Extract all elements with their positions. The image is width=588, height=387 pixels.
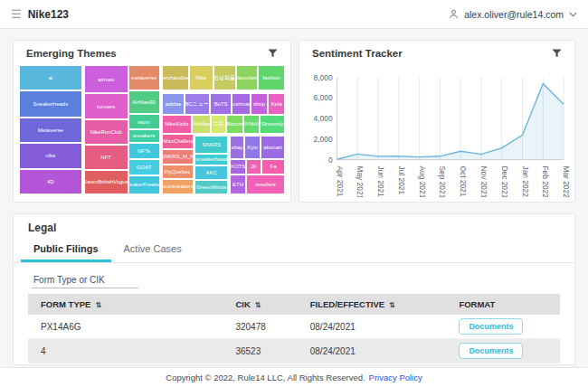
treemap-tile[interactable]: Kela <box>268 93 285 115</box>
treemap-tile[interactable]: Bitcoin <box>226 115 243 134</box>
treemap-tile[interactable]: nike <box>19 143 82 169</box>
treemap-tile[interactable]: NikeKicks <box>162 115 193 134</box>
filings-table-body: PX14A6G32047808/24/2021Documents43652308… <box>28 315 560 365</box>
treemap-tile[interactable]: AirMax90 <box>128 90 160 114</box>
svg-text:0: 0 <box>328 156 333 165</box>
copyright-text: Copyright © 2022, Rule14 LLC, All Rights… <box>166 373 365 382</box>
legal-tabs: Public Filings Active Cases <box>14 240 574 263</box>
treemap-tile[interactable]: 4D <box>19 169 82 194</box>
sort-icon[interactable]: ⇅ <box>255 301 261 309</box>
treemap-tile[interactable]: ETH <box>230 175 246 194</box>
svg-text:2,000: 2,000 <box>314 135 333 144</box>
treemap-tile[interactable]: favorites <box>236 65 259 90</box>
column-header[interactable]: FILED/EFFECTIVE⇅ <box>305 294 454 315</box>
top-bar: ☰ Nike123 alex.oliver@rule14.com <box>0 0 588 29</box>
column-header: FORMAT <box>453 294 560 315</box>
filter-icon[interactable] <box>552 49 562 58</box>
menu-icon[interactable]: ☰ <box>11 8 22 20</box>
treemap-tile[interactable]: sneakerhead <box>194 154 228 165</box>
privacy-policy-link[interactable]: Privacy Policy <box>369 373 422 382</box>
table-cell: 365214 <box>230 363 304 366</box>
treemap-tile[interactable]: NFT <box>84 145 128 170</box>
svg-text:Apr 2021: Apr 2021 <box>335 165 344 196</box>
treemap-tile[interactable]: poshmark <box>232 93 251 115</box>
treemap-tile[interactable]: GOAT <box>128 159 160 175</box>
svg-text:8,000: 8,000 <box>314 73 333 82</box>
treemap-tile[interactable]: KOTS <box>230 159 246 175</box>
table-cell: 36523 <box>230 339 304 363</box>
filings-table-header-row: FORM TYPE⇅CIK⇅FILED/EFFECTIVE⇅FORMAT <box>28 294 560 315</box>
treemap-tile[interactable]: NFTs <box>128 143 160 159</box>
treemap-tile[interactable]: AKC <box>194 165 228 180</box>
treemap-tile[interactable]: NikeRunClub <box>84 119 128 145</box>
treemap-tile[interactable]: metaverse <box>128 65 160 90</box>
user-email: alex.oliver@rule14.com <box>464 9 564 20</box>
treemap-tile[interactable]: resellers <box>246 175 285 194</box>
svg-text:Feb 2022: Feb 2022 <box>541 165 550 197</box>
treemap-tile[interactable]: worn <box>128 114 160 129</box>
documents-button[interactable]: Documents <box>459 343 523 359</box>
treemap-tile[interactable]: Sincerely <box>260 115 285 134</box>
treemap-tile[interactable]: airmax <box>84 65 128 93</box>
main-content: Emerging Themes aiSneakerheadsMetaversen… <box>0 29 588 365</box>
emerging-themes-title: Emerging Themes <box>26 48 117 59</box>
treemap-tile[interactable]: 二手 <box>211 115 226 134</box>
legal-title: Legal <box>14 214 574 240</box>
svg-text:Jul 2021: Jul 2021 <box>397 165 406 194</box>
svg-text:6,000: 6,000 <box>314 93 333 102</box>
sentiment-chart: 02,0004,0006,0008,000Apr 2021May 2021Jun… <box>303 63 571 197</box>
treemap-tile[interactable]: SNKRS <box>194 136 228 154</box>
column-header[interactable]: CIK⇅ <box>230 294 304 315</box>
emerging-themes-card: Emerging Themes aiSneakerheadsMetaversen… <box>13 40 291 203</box>
tab-public-filings[interactable]: Public Filings <box>21 240 111 262</box>
documents-button[interactable]: Documents <box>459 318 523 335</box>
column-header[interactable]: FORM TYPE⇅ <box>28 294 230 315</box>
table-cell: 4 <box>28 363 230 366</box>
treemap-tile[interactable]: fashion <box>258 65 285 90</box>
table-cell: 08/24/2021 <box>305 315 454 339</box>
svg-text:Oct 2021: Oct 2021 <box>459 165 468 196</box>
treemap-tile[interactable]: Kyiv <box>244 136 261 159</box>
treemap-tile[interactable]: abonart <box>261 136 285 159</box>
treemap-tile[interactable]: 런닝화들 <box>213 65 236 90</box>
user-menu[interactable]: alex.oliver@rule14.com <box>449 9 577 20</box>
filter-icon[interactable] <box>268 49 278 58</box>
treemap-tile[interactable]: Fa <box>261 159 285 175</box>
treemap-tile[interactable]: SneakerFreakers <box>128 175 160 194</box>
user-icon <box>449 9 459 19</box>
treemap-tile[interactable]: AirMaxChallenge <box>162 134 194 149</box>
treemap-tile[interactable]: GreenWinds <box>194 180 228 194</box>
svg-text:Nov 2021: Nov 2021 <box>479 165 488 197</box>
treemap-tile[interactable]: yoursneakers <box>162 179 194 194</box>
svg-text:Jan 2022: Jan 2022 <box>521 165 530 197</box>
treemap-tile[interactable]: SNKRS_M_K <box>162 149 194 165</box>
treemap-tile[interactable]: merchandises <box>162 65 189 90</box>
treemap-tile[interactable]: AirMax <box>192 115 211 134</box>
treemap-tile[interactable]: runners <box>84 93 128 119</box>
legal-card: Legal Public Filings Active Cases FORM T… <box>13 213 575 365</box>
treemap-tile[interactable]: Nike <box>189 65 213 90</box>
treemap-tile[interactable]: AYMAS <box>243 115 260 134</box>
treemap-tile[interactable]: NBCニュース <box>185 93 210 115</box>
treemap-tile[interactable]: JK <box>246 159 261 175</box>
treemap-tile[interactable]: FlyQuebec <box>162 165 194 179</box>
tab-active-cases[interactable]: Active Cases <box>111 240 194 262</box>
treemap-tile[interactable]: ebay <box>230 136 244 159</box>
table-cell: 08/24/2021 <box>305 339 454 363</box>
form-type-cik-input[interactable] <box>32 272 138 288</box>
svg-text:4,000: 4,000 <box>314 114 333 123</box>
svg-text:Jun 2021: Jun 2021 <box>376 165 385 197</box>
footer: Copyright © 2022, Rule14 LLC, All Rights… <box>0 367 588 387</box>
treemap-tile[interactable]: sneakers <box>128 129 160 143</box>
sort-icon[interactable]: ⇅ <box>95 301 101 309</box>
filings-table: FORM TYPE⇅CIK⇅FILED/EFFECTIVE⇅FORMAT PX1… <box>28 294 560 365</box>
svg-text:Sep 2021: Sep 2021 <box>438 165 447 197</box>
treemap-tile[interactable]: ai <box>19 65 82 90</box>
treemap-tile[interactable]: Metaverse <box>19 118 82 143</box>
treemap-tile[interactable]: BoTS <box>210 93 232 115</box>
treemap-tile[interactable]: KarenBritishVogue <box>84 170 128 194</box>
sort-icon[interactable]: ⇅ <box>389 301 395 309</box>
treemap-tile[interactable]: adidas <box>162 93 185 115</box>
treemap-tile[interactable]: Sneakerheads <box>19 90 82 118</box>
treemap-tile[interactable]: shop <box>251 93 268 115</box>
